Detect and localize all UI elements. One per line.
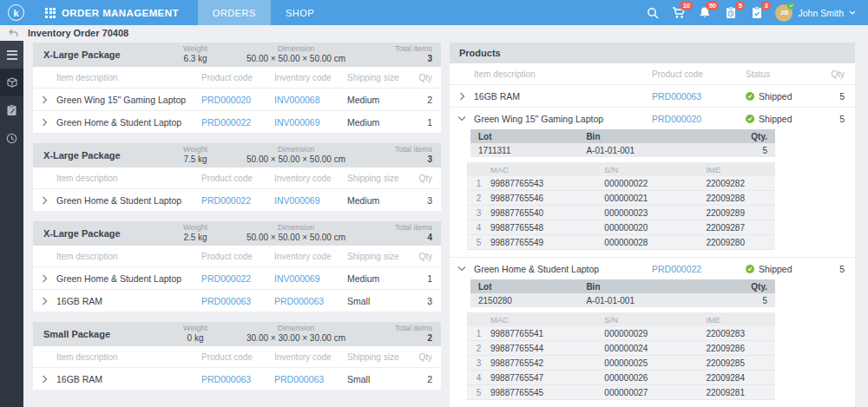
package-section: X-Large Package Weight6.3 kg Dimension50… <box>33 43 441 133</box>
chevron-down-icon[interactable] <box>450 266 474 272</box>
notifications-bell-icon[interactable]: 50 <box>697 5 712 20</box>
product-code-link[interactable]: PRD000022 <box>201 195 274 206</box>
package-name: Small Package <box>43 329 168 339</box>
col-item-description: Item description <box>56 73 201 82</box>
product-code-link[interactable]: PRD000022 <box>652 264 746 274</box>
total-items-value: 2 <box>370 333 432 345</box>
sidebar-item-orders[interactable] <box>0 96 23 124</box>
package-header: X-Large Package Weight6.3 kg Dimension50… <box>33 43 441 67</box>
status-badge: Shipped <box>759 264 792 274</box>
product-code-link[interactable]: PRD000022 <box>201 117 274 128</box>
total-items-label: Total items <box>370 145 432 154</box>
cart-icon[interactable]: 10 <box>671 5 686 20</box>
sn: 000000021 <box>604 194 706 203</box>
sidebar <box>0 41 23 407</box>
serial-index: 2 <box>467 194 490 203</box>
inventory-code-link[interactable]: INV000068 <box>274 95 347 105</box>
lot-qty: 5 <box>733 296 775 305</box>
weight-label: Weight <box>168 145 222 154</box>
weight-label: Weight <box>168 223 222 233</box>
product-code-link[interactable]: PRD000063 <box>201 296 274 306</box>
mac: 99887765542 <box>490 358 604 368</box>
shipped-check-icon <box>746 115 754 123</box>
product-code-link[interactable]: PRD000063 <box>201 374 274 384</box>
product-code-link[interactable]: PRD000063 <box>652 91 746 102</box>
user-menu[interactable]: JS John Smith <box>775 4 859 22</box>
search-icon[interactable] <box>645 5 660 20</box>
sidebar-item-shipments[interactable] <box>0 69 23 96</box>
qty: 2 <box>410 95 441 105</box>
tab-orders[interactable]: ORDERS <box>198 0 271 25</box>
sidebar-item-history[interactable] <box>0 124 23 152</box>
ime: 22009280 <box>706 238 775 247</box>
ime: 22009288 <box>706 194 775 203</box>
apps-grid-icon <box>45 8 56 18</box>
chevron-right-icon[interactable] <box>450 92 474 101</box>
inventory-code-link[interactable]: INV000069 <box>274 273 347 284</box>
inventory-code-link[interactable]: INV000069 <box>274 195 347 206</box>
tab-shop[interactable]: SHOP <box>271 0 329 25</box>
col-status: Status <box>746 69 822 79</box>
weight-value: 2.5 kg <box>168 233 222 244</box>
lot-table: Lot Bin Qty. 1711311 A-01-01-001 5 <box>470 129 775 157</box>
online-status-icon <box>787 3 794 10</box>
chevron-right-icon[interactable] <box>33 196 56 205</box>
product-row: Green Wing 15" Gaming Laptop PRD000020 S… <box>450 107 855 129</box>
chevron-right-icon[interactable] <box>33 297 56 305</box>
ime: 22009283 <box>706 329 775 338</box>
serial-row: 49988776554800000002022009287 <box>467 220 775 235</box>
chevron-right-icon[interactable] <box>33 375 56 384</box>
col-qty: Qty <box>822 69 855 79</box>
product-row: 16GB RAM PRD000063 Shipped 5 <box>450 84 855 107</box>
shipped-check-icon <box>746 265 754 273</box>
app-title-label: ORDER MANAGEMENT <box>62 8 179 18</box>
product-code-link[interactable]: PRD000020 <box>652 114 746 124</box>
sn: 000000024 <box>604 344 706 353</box>
back-icon[interactable] <box>9 29 18 37</box>
app-logo[interactable]: k <box>8 4 24 21</box>
product-code-link[interactable]: PRD000022 <box>201 273 274 284</box>
package-icon <box>6 76 18 89</box>
chevron-right-icon[interactable] <box>33 95 56 104</box>
col-product-code: Product code <box>652 69 746 79</box>
col-item-description: Item description <box>56 174 201 183</box>
clipboard-check-icon[interactable]: 3 <box>749 5 764 20</box>
package-column-headers: Item description Product code Inventory … <box>33 67 441 88</box>
package-section: Small Package Weight0 kg Dimension30.00 … <box>33 322 441 390</box>
chevron-right-icon[interactable] <box>33 118 56 127</box>
col-qty: Qty <box>410 252 441 261</box>
lot-qty: 5 <box>733 146 775 155</box>
qty: 5 <box>822 114 855 124</box>
serial-row: 39988776554200000002522009285 <box>467 356 775 371</box>
mac: 99887765549 <box>490 238 604 247</box>
sn: 000000029 <box>604 329 706 338</box>
col-product-code: Product code <box>201 174 274 183</box>
col-inventory-code: Inventory code <box>274 174 347 183</box>
item-description: 16GB RAM <box>474 91 652 102</box>
qty: 5 <box>822 264 855 274</box>
sn: 000000027 <box>604 388 706 397</box>
products-panel: Products Item description Product code S… <box>450 43 855 407</box>
col-qty: Qty <box>410 73 441 82</box>
approvals-badge: 3 <box>761 1 771 10</box>
clipboard-clock-icon[interactable]: 5 <box>723 5 738 20</box>
inventory-code-link[interactable]: PRD000063 <box>274 374 347 384</box>
package-column-headers: Item description Product code Inventory … <box>33 246 441 266</box>
chevron-down-icon[interactable] <box>450 115 474 121</box>
ime: 22009286 <box>706 344 775 353</box>
serial-index: 5 <box>467 388 490 397</box>
mac: 99887765541 <box>490 329 604 338</box>
chevron-right-icon[interactable] <box>33 274 56 283</box>
col-lot-qty: Qty. <box>733 132 775 141</box>
menu-icon[interactable] <box>0 41 23 69</box>
serials-table: MAC S/N IME 1998877655430000000222200928… <box>467 162 775 250</box>
inventory-code-link[interactable]: PRD000063 <box>274 296 347 306</box>
qty: 1 <box>410 117 441 128</box>
inventory-code-link[interactable]: INV000069 <box>274 117 347 128</box>
total-items-label: Total items <box>370 223 432 233</box>
package-name: X-Large Package <box>43 150 168 161</box>
package-column-headers: Item description Product code Inventory … <box>33 346 441 367</box>
product-code-link[interactable]: PRD000020 <box>201 95 274 105</box>
lot-number: 1711311 <box>470 146 586 155</box>
products-column-headers: Item description Product code Status Qty <box>450 63 855 84</box>
